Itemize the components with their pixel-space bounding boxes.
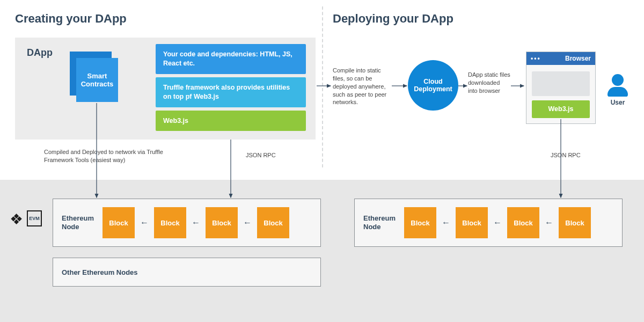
- ethereum-node-left: Ethereum Node Block ← Block ← Block ← Bl…: [53, 199, 321, 247]
- chain-arrow-icon: ←: [192, 218, 200, 228]
- browser-title: Browser: [565, 55, 591, 62]
- dapp-stack: Your code and dependencies: HTML, JS, Re…: [156, 44, 306, 131]
- truffle-box: Truffle framework also provides utilitie…: [156, 77, 306, 107]
- ethereum-node-label-left: Ethereum Node: [62, 214, 99, 232]
- browser-titlebar: ••• Browser: [526, 52, 595, 65]
- chain-arrow-icon: ←: [442, 218, 450, 228]
- ethereum-logo-icon: ❖: [10, 210, 23, 228]
- user-label: User: [606, 99, 629, 106]
- section-divider: [322, 6, 323, 167]
- block: Block: [103, 207, 135, 238]
- cloud-deployment-circle: Cloud Deployment: [408, 60, 458, 111]
- heading-create: Creating your DApp: [15, 12, 127, 26]
- block: Block: [507, 207, 539, 238]
- caption-json-rpc-left: JSON RPC: [246, 151, 276, 159]
- chain-arrow-icon: ←: [545, 218, 553, 228]
- web3-box: Web3.js: [156, 111, 306, 131]
- block: Block: [206, 207, 238, 238]
- block: Block: [456, 207, 488, 238]
- browser-content-placeholder: [532, 71, 590, 96]
- block: Block: [154, 207, 186, 238]
- other-ethereum-nodes-box: Other Ethereum Nodes: [53, 258, 321, 287]
- caption-static-files: Compile into static files, so can be dep…: [333, 67, 392, 106]
- browser-web3-box: Web3.js: [532, 100, 590, 118]
- chain-arrow-icon: ←: [243, 218, 252, 228]
- browser-body: Web3.js: [526, 65, 595, 123]
- caption-download-browser: DApp static files downloaded into browse…: [468, 71, 511, 95]
- caption-json-rpc-right: JSON RPC: [551, 151, 581, 159]
- chain-arrow-icon: ←: [140, 218, 149, 228]
- chain-arrow-icon: ←: [493, 218, 502, 228]
- smart-contracts-box: Smart Contracts: [76, 58, 118, 102]
- evm-icon: EVM: [27, 210, 42, 226]
- user-icon: User: [606, 74, 629, 106]
- browser-window: ••• Browser Web3.js: [526, 52, 596, 124]
- block: Block: [257, 207, 289, 238]
- block: Block: [559, 207, 591, 238]
- block-row-left: Block ← Block ← Block ← Block: [103, 207, 289, 238]
- browser-dots-icon: •••: [531, 55, 541, 62]
- block-row-right: Block ← Block ← Block ← Block: [404, 207, 591, 238]
- code-dependencies-box: Your code and dependencies: HTML, JS, Re…: [156, 44, 306, 74]
- heading-deploy: Deploying your DApp: [333, 12, 453, 26]
- block: Block: [404, 207, 436, 238]
- ethereum-node-label-right: Ethereum Node: [363, 214, 401, 232]
- caption-compile-deploy: Compiled and Deployed to network via Tru…: [44, 148, 167, 164]
- ethereum-node-right: Ethereum Node Block ← Block ← Block ← Bl…: [354, 199, 623, 247]
